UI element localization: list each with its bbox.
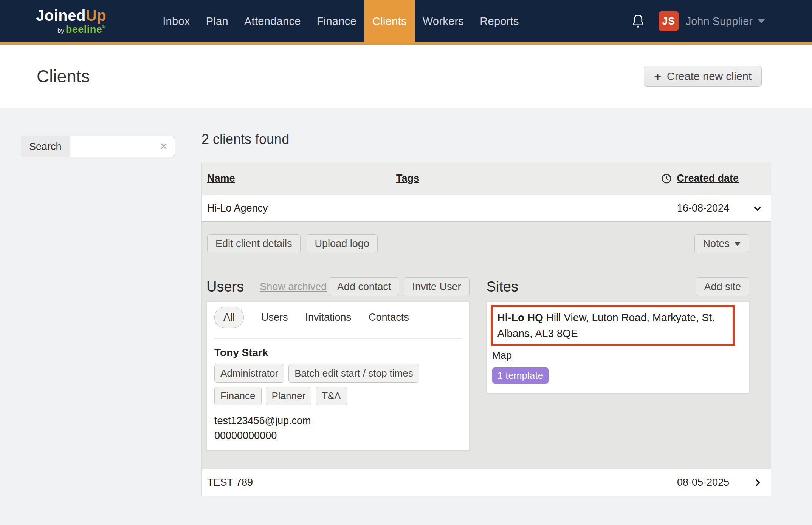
person-phone-link[interactable]: 00000000000 xyxy=(214,430,277,442)
logo-up: Up xyxy=(86,7,106,24)
users-tabs: All Users Invitations Contacts xyxy=(214,307,462,339)
client-name: Hi-Lo Agency xyxy=(207,202,268,214)
top-navbar: JoinedUp bybeeline® Inbox Plan Attendanc… xyxy=(0,0,812,45)
nav-item-workers[interactable]: Workers xyxy=(415,0,472,42)
sites-section: Sites Add site Hi-Lo HQ Hill View, Luton… xyxy=(487,277,750,450)
role-badges: Administrator Batch edit start / stop ti… xyxy=(214,364,462,405)
role-badge: Planner xyxy=(266,387,312,405)
search-group: Search ✕ xyxy=(21,136,175,158)
content-area: Search ✕ 2 clients found Name Tags Creat… xyxy=(0,108,812,525)
column-header-created-date[interactable]: Created date xyxy=(661,173,771,184)
table-header: Name Tags Created date xyxy=(202,162,771,195)
show-archived-link[interactable]: Show archived xyxy=(260,281,327,293)
nav-item-reports[interactable]: Reports xyxy=(472,0,527,42)
tab-users[interactable]: Users xyxy=(261,312,288,323)
nav-item-finance[interactable]: Finance xyxy=(309,0,364,42)
client-created-date: 16-08-2024 xyxy=(677,202,729,214)
clock-icon xyxy=(661,173,672,184)
template-count-badge: 1 template xyxy=(492,368,549,384)
nav-item-inbox[interactable]: Inbox xyxy=(155,0,198,42)
column-header-name[interactable]: Name xyxy=(207,173,235,184)
logo-registered-mark: ® xyxy=(102,24,105,29)
users-section: Users Show archived Add contact Invite U… xyxy=(206,277,470,450)
chevron-right-icon[interactable] xyxy=(753,478,762,488)
clients-page: JoinedUp bybeeline® Inbox Plan Attendanc… xyxy=(0,0,812,525)
notes-label: Notes xyxy=(703,238,730,250)
client-detail-panel: Edit client details Upload logo Notes xyxy=(202,222,771,469)
column-header-tags[interactable]: Tags xyxy=(396,173,419,184)
users-card: All Users Invitations Contacts Tony Star… xyxy=(206,301,470,450)
notifications-bell-icon[interactable] xyxy=(631,14,645,29)
invite-user-button[interactable]: Invite User xyxy=(404,277,469,296)
nav-item-plan[interactable]: Plan xyxy=(198,0,236,42)
page-title: Clients xyxy=(37,66,90,86)
plus-icon: + xyxy=(654,70,661,82)
row-right: 16-08-2024 xyxy=(677,202,771,214)
role-badge: Batch edit start / stop times xyxy=(288,364,419,383)
joinedup-logo[interactable]: JoinedUp bybeeline® xyxy=(36,8,106,35)
users-section-header: Users Show archived Add contact Invite U… xyxy=(206,277,470,296)
search-input[interactable] xyxy=(70,136,160,157)
users-heading: Users xyxy=(206,279,244,295)
upload-logo-button[interactable]: Upload logo xyxy=(307,234,378,253)
clients-main: 2 clients found Name Tags Created date xyxy=(201,108,771,496)
role-badge: T&A xyxy=(316,387,347,405)
logo-byline: bybeeline® xyxy=(36,25,106,35)
user-name[interactable]: John Supplier xyxy=(686,15,753,28)
logo-beeline: beeline xyxy=(66,24,102,35)
nav-item-attendance[interactable]: Attendance xyxy=(236,0,309,42)
page-header: Clients + Create new client xyxy=(0,45,812,108)
user-menu-caret-icon[interactable] xyxy=(758,19,765,23)
logo-by: by xyxy=(57,27,64,34)
clients-table: Name Tags Created date Hi-Lo Agency 16- xyxy=(201,162,771,496)
sites-section-header: Sites Add site xyxy=(487,277,750,296)
chevron-down-icon[interactable] xyxy=(753,204,762,213)
client-created-date: 08-05-2025 xyxy=(677,477,729,488)
caret-down-icon xyxy=(734,242,741,246)
person-email: test123456@jup.com xyxy=(214,415,462,427)
create-new-client-button[interactable]: + Create new client xyxy=(644,66,762,87)
site-name: Hi-Lo HQ xyxy=(497,312,543,323)
notes-dropdown-button[interactable]: Notes xyxy=(694,234,749,253)
navbar-right: JS John Supplier xyxy=(631,0,765,42)
tab-all[interactable]: All xyxy=(214,307,244,328)
sites-heading: Sites xyxy=(487,279,518,295)
search-label: Search xyxy=(21,136,70,157)
edit-client-details-button[interactable]: Edit client details xyxy=(207,234,301,253)
panel-divider xyxy=(207,266,749,266)
logo-joined: Joined xyxy=(36,7,86,24)
role-badge: Administrator xyxy=(214,364,284,383)
logo-wordmark: JoinedUp xyxy=(36,8,106,23)
add-contact-button[interactable]: Add contact xyxy=(329,277,400,296)
add-site-button[interactable]: Add site xyxy=(696,277,749,296)
create-new-client-label: Create new client xyxy=(667,70,752,83)
user-avatar[interactable]: JS xyxy=(659,11,679,31)
table-row[interactable]: Hi-Lo Agency 16-08-2024 xyxy=(202,195,771,222)
role-badge: Finance xyxy=(214,387,262,405)
site-highlight-annotation: Hi-Lo HQ Hill View, Luton Road, Markyate… xyxy=(491,305,735,346)
row-right: 08-05-2025 xyxy=(677,477,771,488)
search-clear-icon[interactable]: ✕ xyxy=(159,136,175,157)
created-date-label: Created date xyxy=(677,173,739,184)
main-nav: Inbox Plan Attendance Finance Clients Wo… xyxy=(155,0,527,42)
client-actions: Edit client details Upload logo Notes xyxy=(206,234,749,253)
map-link[interactable]: Map xyxy=(492,350,512,361)
table-row[interactable]: TEST 789 08-05-2025 xyxy=(202,469,771,496)
client-name: TEST 789 xyxy=(207,477,253,488)
person-name: Tony Stark xyxy=(214,347,462,359)
nav-item-clients[interactable]: Clients xyxy=(364,0,415,42)
tab-contacts[interactable]: Contacts xyxy=(369,312,409,323)
results-count: 2 clients found xyxy=(201,131,771,147)
sites-card: Hi-Lo HQ Hill View, Luton Road, Markyate… xyxy=(487,301,750,393)
tab-invitations[interactable]: Invitations xyxy=(305,312,352,323)
detail-columns: Users Show archived Add contact Invite U… xyxy=(206,277,749,450)
